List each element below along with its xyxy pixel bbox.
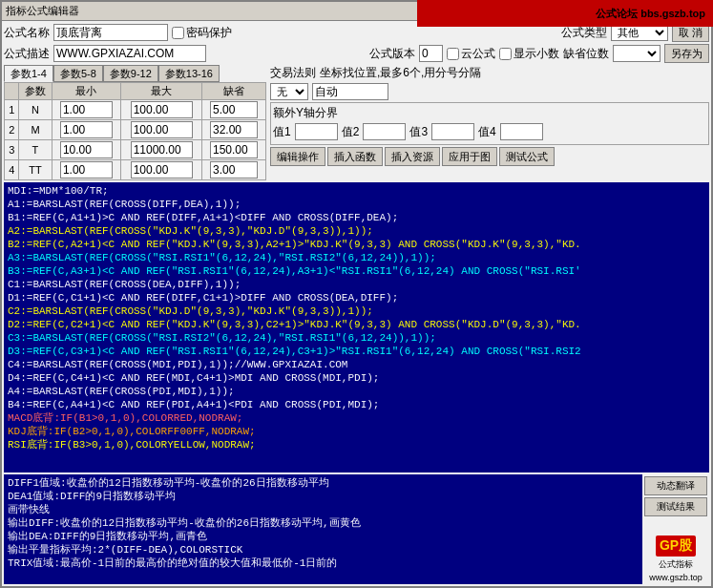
- code-line: D4:=REF(C,C4+1)<C AND REF(MDI,C4+1)>MDI …: [8, 371, 705, 385]
- code-section: MDI:=MDM*100/TR;A1:=BARSLAST(REF(CROSS(D…: [4, 182, 709, 472]
- right-top-panel: 交易法则 坐标找位置,最多6个,用分号分隔 无 额外Y轴分界 值1: [270, 65, 709, 180]
- formula-version-input[interactable]: [419, 45, 443, 62]
- row-default: [201, 140, 265, 160]
- apply-chart-button[interactable]: 应用于图: [442, 147, 497, 166]
- col-default: 缺省: [201, 83, 265, 100]
- exchange-select[interactable]: 无: [270, 83, 308, 100]
- save-as-button[interactable]: 另存为: [664, 44, 709, 63]
- row-default: [201, 160, 265, 180]
- code-line: B1:=REF(C,A1+1)>C AND REF(DIFF,A1+1)<DIF…: [8, 211, 705, 224]
- max-input[interactable]: [131, 141, 193, 158]
- insert-res-button[interactable]: 插入资源: [385, 147, 440, 166]
- val2-input[interactable]: [363, 123, 406, 140]
- val4-input[interactable]: [500, 123, 543, 140]
- y-boundary-label-row: 额外Y轴分界: [273, 105, 706, 121]
- row-min: [52, 100, 121, 120]
- row-default: [201, 100, 265, 120]
- formula-name-input[interactable]: [53, 24, 168, 41]
- row-num: 1: [5, 100, 19, 120]
- formula-desc-input[interactable]: [53, 45, 206, 62]
- params-table: 参数 最小 最大 缺省 1 N 2 M 3 T 4: [4, 82, 266, 180]
- formula-desc-row: 公式描述 公式版本 云公式 显示小数 缺省位数 另存为: [4, 44, 709, 63]
- row-name: TT: [19, 160, 52, 180]
- col-max: 最大: [121, 83, 202, 100]
- code-line: MDI:=MDM*100/TR;: [8, 184, 705, 198]
- test-formula-button[interactable]: 测试公式: [499, 147, 555, 166]
- col-num: [5, 83, 19, 100]
- logo-area: GP股: [644, 536, 707, 556]
- min-input[interactable]: [60, 141, 113, 158]
- code-line: D1:=REF(C,C1+1)<C AND REF(DIFF,C1+1)>DIF…: [8, 291, 705, 304]
- exchange-label: 交易法则: [270, 65, 316, 81]
- formula-desc-label: 公式描述: [4, 46, 50, 62]
- max-input[interactable]: [131, 161, 193, 178]
- show-small-checkbox[interactable]: [499, 48, 512, 60]
- tab-params-1-4[interactable]: 参数1-4: [4, 65, 53, 82]
- val1-label: 值1: [273, 124, 291, 140]
- col-min: 最小: [52, 83, 121, 100]
- desc-line: 输出DEA:DIFF的9日指数移动平均,画青色: [8, 530, 639, 543]
- row-max: [121, 140, 202, 160]
- password-label: 密码保护: [186, 25, 232, 41]
- exchange-fields: 无: [270, 83, 709, 100]
- code-line: RSI底背:IF(B3>0,1,0),COLORYELLOW,NODRAW;: [8, 438, 705, 452]
- default-input[interactable]: [210, 101, 258, 118]
- action-buttons: 编辑操作 插入函数 插入资源 应用于图 测试公式: [270, 147, 709, 166]
- params-section: 参数1-4 参数5-8 参数9-12 参数13-16 参数 最小 最大 缺省: [4, 65, 266, 180]
- val3-label: 值3: [409, 124, 428, 140]
- code-line: A2:=BARSLAST(REF(CROSS("KDJ.K"(9,3,3),"K…: [8, 224, 705, 238]
- row-default: [201, 120, 265, 140]
- cloud-formula-checkbox[interactable]: [447, 48, 459, 60]
- password-checkbox-row: 密码保护: [172, 25, 232, 41]
- tab-params-9-12[interactable]: 参数9-12: [103, 65, 158, 82]
- row-num: 4: [5, 160, 19, 180]
- code-line: B4:=REF(C,A4+1)<C AND REF(PDI,A4+1)<PDI …: [8, 398, 705, 411]
- show-small-label: 显示小数: [514, 46, 559, 62]
- code-line: D2:=REF(C,C2+1)<C AND REF("KDJ.K"(9,3,3)…: [8, 318, 705, 331]
- table-row: 4 TT: [5, 160, 266, 180]
- row-min: [52, 120, 121, 140]
- formula-name-label: 公式名称: [4, 25, 50, 41]
- default-input[interactable]: [210, 161, 258, 178]
- test-results-button[interactable]: 测试结果: [644, 497, 707, 516]
- code-line: C4:=BARSLAST(REF(CROSS(MDI,PDI),1));//WW…: [8, 358, 705, 371]
- params-and-right: 参数1-4 参数5-8 参数9-12 参数13-16 参数 最小 最大 缺省: [4, 65, 709, 180]
- title-bar: 指标公式编辑器 公式论坛 bbs.gszb.top: [2, 2, 711, 21]
- val2-label: 值2: [342, 124, 360, 140]
- code-line: C1:=BARSLAST(REF(CROSS(DEA,DIFF),1));: [8, 278, 705, 291]
- min-input[interactable]: [60, 121, 113, 138]
- dynamic-translate-button[interactable]: 动态翻译: [644, 476, 707, 495]
- param-tabs: 参数1-4 参数5-8 参数9-12 参数13-16: [4, 65, 266, 82]
- tab-params-13-16[interactable]: 参数13-16: [158, 65, 220, 82]
- desc-line: DEA1值域:DIFF的9日指数移动平均: [8, 490, 639, 503]
- row-min: [52, 160, 121, 180]
- gp-subtext: 公式指标: [644, 558, 707, 571]
- max-input[interactable]: [131, 101, 193, 118]
- row-min: [52, 140, 121, 160]
- y-boundary-section: 额外Y轴分界 值1 值2 值3 值4: [270, 102, 709, 145]
- max-input[interactable]: [131, 121, 193, 138]
- tab-params-5-8[interactable]: 参数5-8: [53, 65, 103, 82]
- col-param: 参数: [19, 83, 52, 100]
- row-num: 2: [5, 120, 19, 140]
- password-checkbox[interactable]: [172, 27, 184, 39]
- code-line: KDJ底背:IF(B2>0,1,0),COLORFF00FF,NODRAW;: [8, 425, 705, 438]
- y-boundary-label: 额外Y轴分界: [273, 105, 338, 121]
- val3-input[interactable]: [431, 123, 474, 140]
- code-line: A3:=BARSLAST(REF(CROSS("RSI.RSI1"(6,12,2…: [8, 251, 705, 264]
- row-num: 3: [5, 140, 19, 160]
- table-row: 1 N: [5, 100, 266, 120]
- code-editor[interactable]: MDI:=MDM*100/TR;A1:=BARSLAST(REF(CROSS(D…: [4, 182, 709, 472]
- edit-ops-button[interactable]: 编辑操作: [270, 147, 325, 166]
- min-input[interactable]: [60, 101, 113, 118]
- min-input[interactable]: [60, 161, 113, 178]
- default-input[interactable]: [210, 141, 258, 158]
- desc-line: 输出DIFF:收盘价的12日指数移动平均-收盘价的26日指数移动平均,画黄色: [8, 516, 639, 530]
- insert-fn-button[interactable]: 插入函数: [327, 147, 383, 166]
- default-digits-select[interactable]: [613, 45, 661, 62]
- banner: 公式论坛 bbs.gszb.top: [417, 0, 713, 27]
- code-line: C2:=BARSLAST(REF(CROSS("KDJ.D"(9,3,3),"K…: [8, 304, 705, 318]
- exchange-coord-input[interactable]: [312, 83, 388, 100]
- val1-input[interactable]: [295, 123, 338, 140]
- default-input[interactable]: [210, 121, 258, 138]
